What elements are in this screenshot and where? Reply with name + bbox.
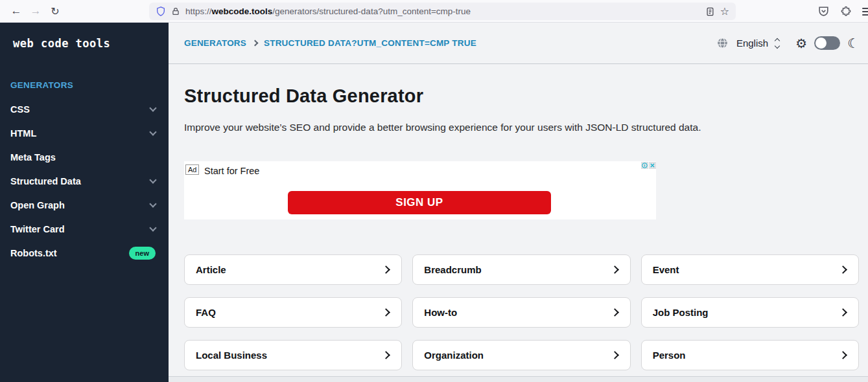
- chevron-right-icon: [611, 308, 619, 317]
- sidebar-item-label: Twitter Card: [10, 224, 65, 234]
- chevron-right-icon: [839, 265, 847, 274]
- chevron-down-icon: [149, 176, 156, 183]
- main-header: GENERATORS STRUCTURED DATA?UTM_CONTENT=C…: [169, 23, 868, 64]
- chevron-down-icon: [149, 224, 156, 231]
- breadcrumb-current: STRUCTURED DATA?UTM_CONTENT=CMP TRUE: [264, 38, 476, 48]
- lock-icon: [171, 6, 180, 16]
- generator-card-grid: Article Breadcrumb Event FAQ How-to: [184, 254, 859, 370]
- breadcrumb: GENERATORS STRUCTURED DATA?UTM_CONTENT=C…: [184, 38, 476, 48]
- card-label: Organization: [424, 350, 484, 361]
- url-domain: webcode.tools: [212, 6, 273, 16]
- card-label: Local Business: [196, 350, 267, 361]
- sidebar-item-label: Meta Tags: [10, 152, 56, 163]
- card-label: Person: [653, 350, 686, 361]
- card-label: Breadcrumb: [424, 264, 481, 275]
- language-select-value[interactable]: English: [736, 38, 768, 49]
- theme-toggle[interactable]: [814, 36, 840, 50]
- ad-text[interactable]: Start for Free: [204, 166, 259, 176]
- url-text[interactable]: https://webcode.tools/generators/structu…: [185, 6, 471, 16]
- globe-icon: [716, 36, 729, 50]
- sidebar: web code tools GENERATORS CSS HTML Meta …: [0, 23, 169, 382]
- page-subtitle: Improve your website’s SEO and provide a…: [184, 122, 859, 133]
- card-event[interactable]: Event: [641, 254, 859, 285]
- card-local-business[interactable]: Local Business: [184, 340, 402, 370]
- card-job-posting[interactable]: Job Posting: [641, 297, 859, 328]
- card-article[interactable]: Article: [184, 254, 402, 285]
- chevron-right-icon: [382, 351, 390, 359]
- sidebar-section-generators[interactable]: GENERATORS: [0, 73, 169, 97]
- new-badge: new: [129, 247, 156, 260]
- bookmark-star-icon[interactable]: ☆: [720, 5, 729, 17]
- chevron-right-icon: [252, 40, 259, 47]
- chrome-toolbar-right: [817, 0, 868, 23]
- toggle-knob: [815, 38, 827, 49]
- card-label: Job Posting: [653, 307, 709, 318]
- card-label: How-to: [424, 307, 457, 318]
- card-organization[interactable]: Organization: [412, 340, 630, 370]
- sidebar-item-label: Open Graph: [10, 200, 65, 210]
- pocket-icon[interactable]: [817, 5, 830, 17]
- sidebar-item-label: Structured Data: [10, 176, 81, 186]
- card-how-to[interactable]: How-to: [412, 297, 630, 328]
- url-path: /generators/structured-data?utm_content=…: [272, 6, 471, 16]
- forward-button[interactable]: →: [26, 2, 45, 20]
- chevron-right-icon: [382, 265, 390, 274]
- breadcrumb-root-link[interactable]: GENERATORS: [184, 38, 246, 48]
- chevron-right-icon: [382, 308, 390, 317]
- browser-chrome: ← → ↻ https://webcode.tools/generators/s…: [0, 0, 868, 23]
- chevron-right-icon: [611, 351, 619, 359]
- chevron-down-icon: [149, 200, 156, 207]
- page-title: Structured Data Generator: [184, 85, 859, 107]
- reload-button[interactable]: ↻: [45, 2, 65, 20]
- gear-icon[interactable]: ⚙: [795, 36, 807, 51]
- shield-icon[interactable]: [156, 6, 166, 17]
- sidebar-item-meta-tags[interactable]: Meta Tags: [0, 145, 169, 169]
- ad-info-icon[interactable]: [641, 162, 648, 169]
- card-breadcrumb[interactable]: Breadcrumb: [412, 254, 630, 285]
- sidebar-section-label: GENERATORS: [10, 80, 73, 90]
- ad-signup-button[interactable]: SIGN UP: [288, 191, 551, 214]
- chevron-right-icon: [839, 351, 847, 359]
- extensions-puzzle-icon[interactable]: [840, 6, 852, 17]
- card-label: Article: [196, 264, 226, 275]
- chevron-down-icon: [149, 104, 156, 111]
- sidebar-item-open-graph[interactable]: Open Graph: [0, 193, 169, 217]
- url-bar[interactable]: https://webcode.tools/generators/structu…: [149, 3, 736, 20]
- card-label: FAQ: [196, 307, 216, 318]
- sidebar-nav: GENERATORS CSS HTML Meta Tags Structured…: [0, 73, 169, 265]
- main-area: GENERATORS STRUCTURED DATA?UTM_CONTENT=C…: [169, 23, 868, 382]
- ad-label: Ad: [185, 164, 199, 175]
- sidebar-item-css[interactable]: CSS: [0, 97, 169, 121]
- card-person[interactable]: Person: [641, 340, 859, 370]
- ad-choices-controls: [641, 162, 656, 169]
- sidebar-item-html[interactable]: HTML: [0, 121, 169, 145]
- sidebar-item-label: CSS: [10, 104, 30, 115]
- viewport-bottom-strip: [169, 376, 868, 382]
- app-window: web code tools GENERATORS CSS HTML Meta …: [0, 23, 868, 382]
- card-faq[interactable]: FAQ: [184, 297, 402, 328]
- header-controls: English ⚙ ☾: [716, 36, 859, 51]
- ad-banner[interactable]: Ad Start for Free SIGN UP: [184, 161, 656, 219]
- url-prefix: https://: [185, 6, 212, 16]
- sidebar-item-structured-data[interactable]: Structured Data: [0, 169, 169, 193]
- menu-hamburger-icon[interactable]: [862, 8, 868, 16]
- back-button[interactable]: ←: [6, 2, 26, 20]
- sidebar-item-label: Robots.txt: [10, 248, 57, 258]
- sidebar-item-label: HTML: [10, 128, 36, 139]
- reader-mode-icon[interactable]: [705, 6, 715, 17]
- sidebar-item-robots-txt[interactable]: Robots.txt new: [0, 241, 169, 265]
- page-content: Structured Data Generator Improve your w…: [169, 85, 868, 370]
- site-logo[interactable]: web code tools: [0, 23, 169, 50]
- chevron-right-icon: [611, 265, 619, 274]
- card-label: Event: [653, 264, 679, 275]
- sidebar-item-twitter-card[interactable]: Twitter Card: [0, 217, 169, 241]
- chevron-down-icon: [149, 128, 156, 135]
- chevron-right-icon: [839, 308, 847, 317]
- moon-icon: ☾: [847, 36, 859, 51]
- ad-close-icon[interactable]: [649, 162, 656, 169]
- select-updown-icon[interactable]: [775, 39, 779, 48]
